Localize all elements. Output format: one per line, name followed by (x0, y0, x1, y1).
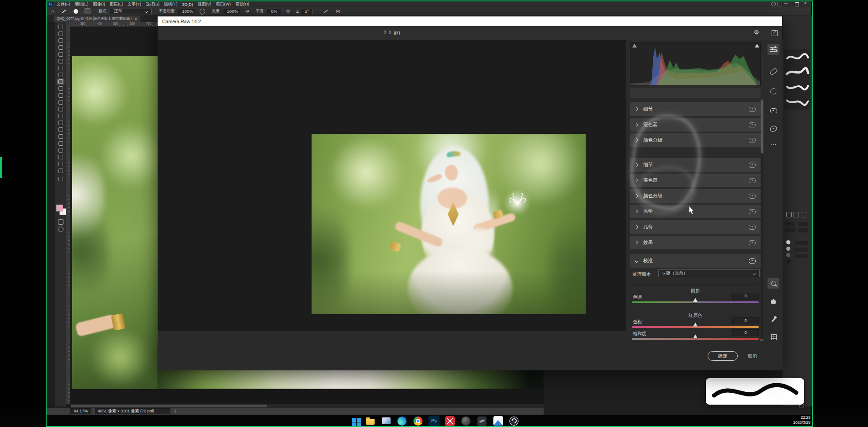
close-button[interactable]: × (804, 0, 807, 5)
taskbar-clock[interactable]: 22:29 2023/3/28 (772, 415, 810, 425)
dark-circle-app-icon[interactable] (460, 416, 471, 427)
visibility-eye-icon[interactable] (749, 240, 756, 245)
shape-tool[interactable] (57, 147, 64, 153)
visibility-eye-icon[interactable] (749, 194, 756, 199)
dock-panel-icon[interactable] (794, 212, 799, 217)
photos-app-icon[interactable] (381, 416, 392, 427)
status-chevron-icon[interactable] (173, 409, 176, 413)
cancel-button[interactable]: 取消 (748, 353, 757, 359)
panel-section-geometry[interactable]: 几何 (630, 220, 761, 234)
settings-gear-icon[interactable]: ⚙ (754, 29, 759, 36)
healing-brush-tool[interactable] (57, 72, 64, 78)
blur-tool[interactable] (57, 113, 64, 119)
chrome-browser-icon[interactable] (413, 416, 423, 427)
panel-section-detail[interactable]: 细节 (630, 102, 761, 116)
quick-selection-tool[interactable] (57, 44, 64, 50)
dock-panel-icon[interactable] (786, 212, 792, 217)
hue-slider[interactable] (632, 326, 759, 328)
visibility-eye-icon[interactable] (749, 163, 756, 168)
edge-browser-icon[interactable] (397, 416, 408, 427)
menu-image[interactable]: 图像(I) (93, 1, 106, 7)
brush-size-preview[interactable] (74, 9, 78, 14)
visibility-eye-icon[interactable] (749, 225, 756, 230)
edit-tool-icon[interactable] (767, 44, 779, 55)
menu-help[interactable]: 帮助(H) (235, 1, 249, 7)
menu-filter[interactable]: 滤镜(T) (164, 1, 178, 7)
symmetry-icon[interactable]: ⋈ (335, 9, 340, 14)
blue-app-icon[interactable] (492, 416, 503, 427)
visibility-eye-icon[interactable] (749, 138, 756, 143)
hand-tool[interactable] (57, 154, 64, 160)
brush-tool[interactable] (57, 79, 64, 84)
menu-file[interactable]: 文件(F) (57, 1, 70, 7)
mode-select[interactable]: 正常 (110, 9, 152, 14)
shadow-clipping-icon[interactable] (632, 44, 637, 47)
grid-overlay-icon[interactable] (767, 332, 779, 343)
panel-section-calibration[interactable]: 校准 (630, 254, 761, 268)
smoothing-gear-icon[interactable]: ⚙ (286, 9, 290, 14)
hand-tool-icon[interactable] (767, 296, 779, 307)
flow-value[interactable]: 100% (223, 9, 240, 14)
dodge-tool[interactable] (57, 120, 64, 126)
red-app-icon[interactable] (445, 416, 455, 427)
visibility-eye-icon[interactable] (749, 122, 756, 127)
document-tab[interactable]: QHQ_0677.jpg @ 41% (综合画板 1, 图层蒙版/8) * × (54, 16, 140, 22)
saturation-slider-thumb[interactable] (693, 334, 698, 338)
scroll-down-icon[interactable] (760, 337, 763, 341)
healing-tool-icon[interactable] (767, 66, 779, 77)
tint-slider[interactable] (632, 301, 759, 303)
masking-tool-icon[interactable] (767, 86, 779, 97)
visibility-eye-icon[interactable] (749, 258, 756, 264)
panel-section-effects[interactable]: 效果 (630, 236, 761, 249)
pen-tool[interactable] (57, 127, 64, 132)
swatch-dot[interactable] (786, 253, 790, 257)
menu-layer[interactable]: 图层(L) (110, 1, 123, 7)
highlight-clipping-icon[interactable] (755, 44, 759, 47)
history-brush-tool[interactable] (57, 92, 64, 98)
menu-view[interactable]: 视图(V) (198, 1, 212, 7)
frame-tool[interactable] (57, 58, 64, 64)
presets-tool-icon[interactable] (767, 123, 779, 134)
saturation-value-field[interactable]: 0 (732, 329, 759, 336)
screen-mode-button[interactable] (58, 227, 64, 232)
start-button[interactable] (349, 416, 360, 427)
hue-value-field[interactable]: 0 (732, 317, 759, 324)
file-explorer-icon[interactable] (365, 416, 376, 427)
edit-toolbar-button[interactable] (57, 176, 64, 182)
clone-stamp-tool[interactable] (57, 85, 64, 91)
eyedropper-tool[interactable] (57, 65, 64, 71)
ok-button[interactable]: 确定 (708, 351, 738, 361)
brush-angle-value[interactable]: 1° (301, 9, 312, 14)
hue-slider-thumb[interactable] (693, 322, 698, 327)
swatch-dot[interactable] (786, 259, 790, 264)
lasso-tool[interactable] (57, 37, 64, 43)
red-eye-tool-icon[interactable] (767, 105, 779, 116)
opacity-value[interactable]: 100% (178, 9, 195, 14)
brush-stroke-thumb[interactable] (784, 65, 810, 79)
pen-pressure-icon[interactable] (324, 10, 328, 13)
tint-value-field[interactable]: 0 (732, 293, 759, 300)
brush-panel-toggle-icon[interactable] (85, 8, 90, 14)
obs-app-icon[interactable] (508, 416, 519, 427)
airbrush-icon[interactable] (245, 10, 249, 13)
type-tool[interactable] (57, 133, 64, 139)
swatch-dot[interactable] (786, 240, 790, 244)
crop-tool[interactable] (57, 51, 64, 57)
path-selection-tool[interactable] (57, 140, 64, 146)
panel-scrollbar[interactable] (761, 100, 763, 338)
dark-app-icon[interactable] (476, 416, 487, 427)
more-options-icon[interactable]: ⋯ (767, 139, 779, 150)
marquee-tool[interactable] (57, 31, 64, 37)
menu-select[interactable]: 选择(S) (146, 1, 159, 7)
eraser-tool[interactable] (57, 99, 64, 105)
menu-type[interactable]: 文字(Y) (127, 1, 141, 7)
image-preview-area[interactable]: 适应（47%） 30% (158, 40, 626, 331)
photoshop-taskbar-icon[interactable]: Ps (429, 416, 439, 427)
smoothing-value[interactable]: 0% (267, 9, 281, 14)
visibility-eye-icon[interactable] (749, 107, 756, 112)
visibility-eye-icon[interactable] (749, 209, 756, 214)
menu-window[interactable]: 窗口(W) (216, 1, 231, 7)
panel-scrollbar-thumb[interactable] (761, 100, 763, 153)
brush-tool-preset-icon[interactable] (62, 10, 66, 13)
tab-close-icon[interactable]: × (135, 17, 137, 21)
